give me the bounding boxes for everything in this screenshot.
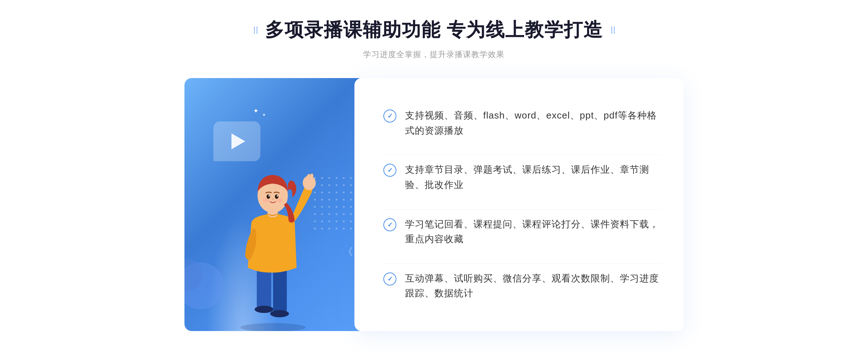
content-area: » ✦ ✦ (184, 78, 684, 331)
sparkle-decoration-2: ✦ (262, 112, 266, 117)
feature-item-2: ✓ 支持章节目录、弹题考试、课后练习、课后作业、章节测验、批改作业 (383, 155, 662, 199)
check-icon-3: ✓ (383, 218, 396, 231)
check-icon-1: ✓ (383, 110, 396, 123)
svg-point-13 (276, 198, 283, 202)
check-mark-3: ✓ (387, 221, 393, 229)
page-title: 多项录播课辅助功能 专为线上教学打造 (265, 17, 603, 43)
feature-text-1: 支持视频、音频、flash、word、excel、ppt、pdf等各种格式的资源… (405, 108, 662, 138)
feature-text-4: 互动弹幕、试听购买、微信分享、观看次数限制、学习进度跟踪、数据统计 (405, 271, 662, 301)
svg-point-12 (263, 198, 269, 202)
feature-item-3: ✓ 学习笔记回看、课程提问、课程评论打分、课件资料下载，重点内容收藏 (383, 209, 662, 254)
svg-point-3 (255, 306, 273, 313)
title-row: ⁞⁞ 多项录播课辅助功能 专为线上教学打造 ⁞⁞ (253, 17, 615, 43)
arrows-decoration: 《 (343, 245, 351, 259)
feature-item-4: ✓ 互动弹幕、试听购买、微信分享、观看次数限制、学习进度跟踪、数据统计 (383, 263, 662, 308)
page-subtitle: 学习进度全掌握，提升录播课教学效果 (363, 49, 505, 60)
svg-point-0 (241, 323, 306, 331)
check-mark-2: ✓ (387, 166, 393, 174)
feature-text-3: 学习笔记回看、课程提问、课程评论打分、课件资料下载，重点内容收藏 (405, 217, 662, 247)
check-mark-1: ✓ (387, 112, 393, 120)
features-panel: ✓ 支持视频、音频、flash、word、excel、ppt、pdf等各种格式的… (354, 78, 684, 331)
check-icon-4: ✓ (383, 272, 396, 286)
feature-text-2: 支持章节目录、弹题考试、课后练习、课后作业、章节测验、批改作业 (405, 162, 662, 192)
svg-point-9 (275, 194, 278, 199)
header-section: ⁞⁞ 多项录播课辅助功能 专为线上教学打造 ⁞⁞ 学习进度全掌握，提升录播课教学… (253, 17, 615, 60)
check-mark-4: ✓ (387, 275, 393, 283)
svg-point-4 (270, 310, 289, 317)
illustration-card: ✦ ✦ 《 (184, 78, 365, 331)
sparkle-decoration-1: ✦ (253, 107, 259, 115)
svg-point-11 (277, 195, 278, 197)
svg-rect-2 (273, 266, 287, 313)
decorative-dots-left: ⁞⁞ (253, 24, 258, 36)
feature-item-1: ✓ 支持视频、音频、flash、word、excel、ppt、pdf等各种格式的… (383, 101, 662, 145)
decorative-dots-right: ⁞⁞ (610, 24, 615, 36)
page-wrapper: ⁞⁞ 多项录播课辅助功能 专为线上教学打造 ⁞⁞ 学习进度全掌握，提升录播课教学… (0, 3, 868, 349)
check-icon-2: ✓ (383, 164, 396, 177)
person-illustration (217, 143, 333, 331)
svg-point-10 (268, 195, 270, 197)
svg-point-8 (267, 194, 270, 199)
